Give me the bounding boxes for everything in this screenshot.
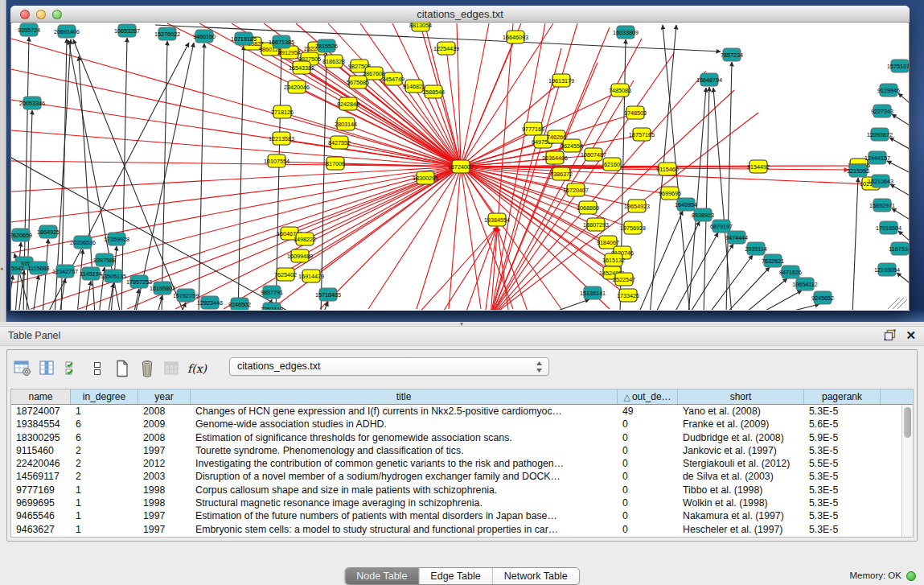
cell[interactable]: 0 bbox=[618, 457, 678, 470]
graph-node[interactable]: 5675685 bbox=[347, 76, 369, 89]
graph-node[interactable]: 16671385 bbox=[269, 35, 294, 48]
cell[interactable]: Yano et al. (2008) bbox=[678, 405, 804, 418]
graph-node[interactable]: 3624554 bbox=[561, 139, 583, 152]
cell[interactable]: 0 bbox=[618, 444, 678, 457]
table-row[interactable]: 946554611997Estimation of the future num… bbox=[11, 509, 901, 522]
table-mode-button[interactable] bbox=[14, 359, 31, 378]
column-header-out_de[interactable]: △out_de… bbox=[618, 389, 678, 404]
graph-node[interactable]: 16646093 bbox=[503, 31, 528, 43]
graph-node[interactable]: 8471626 bbox=[779, 266, 802, 278]
graph-node[interactable]: 8427552 bbox=[328, 136, 351, 149]
cell[interactable]: 2009 bbox=[138, 418, 191, 431]
graph-node[interactable]: 19654923 bbox=[624, 200, 650, 212]
graph-node[interactable]: 20691406 bbox=[54, 25, 80, 38]
graph-node[interactable]: 12103054 bbox=[874, 263, 900, 276]
cell[interactable]: 0 bbox=[618, 523, 678, 536]
table-row[interactable]: 1456911722003Disruption of a novel membe… bbox=[11, 470, 901, 483]
cell[interactable]: 2 bbox=[71, 470, 138, 483]
cell[interactable]: 2008 bbox=[138, 431, 191, 444]
table-row[interactable]: 911546021997Tourette syndrome. Phenomeno… bbox=[11, 444, 901, 457]
cell[interactable]: 6 bbox=[71, 431, 138, 444]
graph-node[interactable]: 1588544 bbox=[422, 85, 445, 98]
cell[interactable]: 18724007 bbox=[11, 405, 71, 418]
graph-node[interactable]: 15892971 bbox=[869, 199, 895, 212]
function-builder-button[interactable]: f(x) bbox=[188, 359, 206, 378]
cell[interactable]: 9699695 bbox=[11, 496, 71, 509]
cell[interactable]: 5.6E-5 bbox=[804, 418, 881, 431]
cell[interactable]: 1 bbox=[71, 509, 138, 522]
left-panel-collapse-strip[interactable]: ◂ bbox=[0, 0, 6, 322]
cell[interactable]: Corpus callosum shape and size in male p… bbox=[191, 484, 618, 496]
graph-node[interactable]: 12213583 bbox=[269, 132, 294, 145]
cell[interactable]: 5.3E-5 bbox=[804, 405, 881, 418]
cell[interactable]: 1 bbox=[71, 496, 138, 509]
graph-node[interactable]: 12444157 bbox=[864, 151, 890, 164]
cell[interactable]: 2008 bbox=[138, 405, 191, 418]
graph-node[interactable]: 7252419 bbox=[261, 303, 283, 310]
graph-node[interactable]: 7625402 bbox=[274, 268, 297, 281]
cell[interactable]: 5.3E-5 bbox=[804, 484, 881, 496]
graph-node[interactable]: 1733426 bbox=[617, 289, 639, 302]
cell[interactable]: 0 bbox=[618, 431, 678, 444]
close-panel-icon[interactable]: ✕ bbox=[906, 329, 916, 341]
graph-node[interactable]: 9397588 bbox=[93, 253, 116, 266]
table-row[interactable]: 1830029562008Estimation of significance … bbox=[11, 431, 901, 444]
graph-node[interactable]: 1640954 bbox=[675, 198, 697, 211]
graph-node[interactable]: 1115688 bbox=[28, 262, 50, 274]
cell[interactable]: 1 bbox=[71, 523, 138, 536]
graph-node[interactable]: 20053346 bbox=[19, 97, 45, 109]
graph-node[interactable]: 9355724 bbox=[18, 23, 40, 36]
graph-node[interactable]: 1498222 bbox=[294, 233, 316, 245]
import-table-icon[interactable] bbox=[163, 359, 181, 378]
graph-node[interactable]: 3215953 bbox=[847, 164, 869, 177]
cell[interactable]: 18300295 bbox=[11, 431, 71, 444]
graph-node[interactable]: 9227343 bbox=[871, 105, 893, 117]
graph-node[interactable]: 8186328 bbox=[322, 55, 345, 68]
cell[interactable]: 1 bbox=[71, 484, 138, 496]
table-selector-dropdown[interactable]: citations_edges.txt bbox=[229, 357, 549, 376]
graph-node[interactable]: 16782759 bbox=[173, 289, 199, 302]
cell[interactable]: 14569117 bbox=[11, 470, 71, 483]
graph-node[interactable]: 8938923 bbox=[692, 208, 714, 221]
graph-node[interactable]: 7386372 bbox=[550, 167, 573, 180]
graph-node[interactable]: 9699695 bbox=[659, 187, 681, 200]
cell[interactable]: Franke et al. (2009) bbox=[678, 418, 804, 431]
graph-node[interactable]: 9857791 bbox=[261, 286, 283, 299]
cell[interactable]: 1997 bbox=[138, 444, 191, 457]
graph-node[interactable]: 7857234 bbox=[721, 48, 743, 61]
cell[interactable]: 0 bbox=[618, 418, 678, 431]
column-header-pagerank[interactable]: pagerank bbox=[804, 389, 881, 404]
network-canvas[interactable]: 8813054122544391664609319613179748508317… bbox=[10, 23, 910, 310]
cell[interactable]: 0 bbox=[618, 496, 678, 509]
graph-node[interactable]: 16648794 bbox=[696, 73, 722, 86]
graph-node[interactable]: 9466160 bbox=[193, 30, 216, 43]
graph-node[interactable]: 16099489 bbox=[287, 249, 313, 262]
cell[interactable]: 22420046 bbox=[11, 457, 71, 470]
graph-node[interactable]: 9129946 bbox=[877, 84, 900, 97]
cell[interactable]: Disruption of a novel member of a sodium… bbox=[191, 470, 618, 483]
graph-node[interactable]: 10654112 bbox=[792, 278, 817, 290]
cell[interactable]: Tibbo et al. (1998) bbox=[678, 484, 804, 496]
graph-node[interactable]: 817006 bbox=[326, 157, 345, 170]
cell[interactable]: 5.3E-5 bbox=[804, 444, 881, 457]
graph-node[interactable]: 6879197 bbox=[710, 220, 733, 233]
column-header-title[interactable]: title bbox=[191, 389, 618, 404]
cell[interactable]: 49 bbox=[618, 405, 678, 418]
graph-node[interactable]: 10719185 bbox=[231, 32, 257, 45]
graph-node[interactable]: 12254439 bbox=[433, 42, 459, 55]
table-row[interactable]: 946362711997Embryonic stem cells: a mode… bbox=[11, 523, 901, 536]
cell[interactable]: Structural magnetic resonance image aver… bbox=[191, 496, 618, 509]
cell[interactable]: Wolkin et al. (1998) bbox=[678, 496, 804, 509]
graph-node[interactable]: 10653287 bbox=[114, 24, 140, 37]
cell[interactable]: 1997 bbox=[138, 509, 191, 522]
cell[interactable]: Dudbridge et al. (2008) bbox=[678, 431, 804, 444]
cell[interactable]: 5.3E-5 bbox=[804, 470, 881, 483]
graph-node[interactable]: 1145194 bbox=[80, 267, 101, 280]
graph-node[interactable]: 26364486 bbox=[542, 151, 568, 164]
graph-node[interactable]: 16210643 bbox=[868, 175, 893, 187]
cell[interactable]: 6 bbox=[71, 418, 138, 431]
cell[interactable]: 19384554 bbox=[11, 418, 71, 431]
graph-node[interactable]: 7632621 bbox=[762, 254, 784, 267]
scrollbar-thumb[interactable] bbox=[904, 407, 911, 438]
table-row[interactable]: 977716911998Corpus callosum shape and si… bbox=[11, 484, 901, 496]
